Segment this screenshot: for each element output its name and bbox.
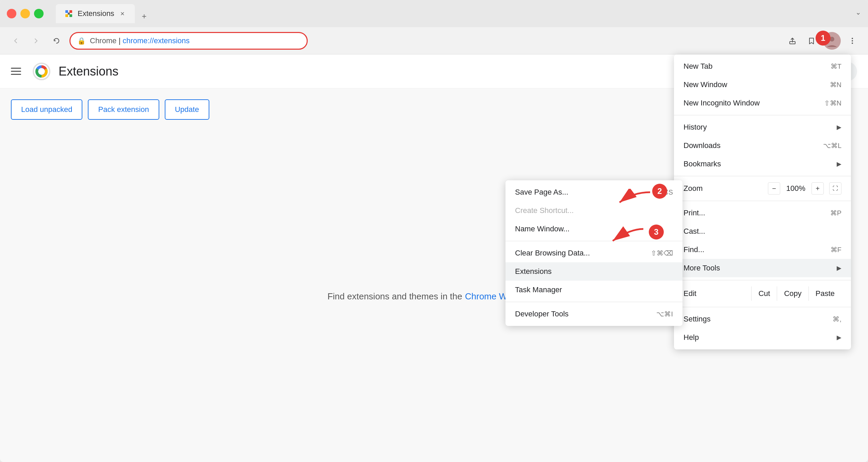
svg-point-13 xyxy=(39,69,44,74)
sub-menu-item-create-shortcut[interactable]: Create Shortcut... xyxy=(505,201,682,220)
menu-item-downloads[interactable]: Downloads ⌥⌘L xyxy=(674,136,851,155)
sub-menu-item-extensions[interactable]: Extensions xyxy=(505,262,682,281)
step1-badge: 1 xyxy=(816,31,831,46)
chrome-logo-icon xyxy=(33,63,50,80)
more-tools-submenu: Save Page As... ⌘S Create Shortcut... Na… xyxy=(505,180,682,326)
menu-item-new-window[interactable]: New Window ⌘N xyxy=(674,76,851,94)
hamburger-line xyxy=(11,68,21,69)
menu-item-bookmarks[interactable]: Bookmarks ▶ xyxy=(674,155,851,173)
forward-button[interactable] xyxy=(29,33,44,48)
svg-point-10 xyxy=(852,43,853,44)
step2-badge: 2 xyxy=(652,184,667,199)
menu-item-new-tab[interactable]: New Tab ⌘T xyxy=(674,57,851,76)
toolbar: 🔒 Chrome | chrome://extensions xyxy=(0,27,868,54)
menu-item-new-incognito[interactable]: New Incognito Window ⇧⌘N xyxy=(674,94,851,112)
active-tab[interactable]: Extensions ✕ xyxy=(56,4,135,23)
copy-button[interactable]: Copy xyxy=(777,286,808,301)
title-bar: Extensions ✕ + ⌄ xyxy=(0,0,868,27)
tab-dropdown-icon[interactable]: ⌄ xyxy=(855,8,861,16)
sub-menu-item-clear-browsing[interactable]: Clear Browsing Data... ⇧⌘⌫ xyxy=(505,244,682,262)
zoom-value: 100% xyxy=(786,184,806,193)
menu-item-settings[interactable]: Settings ⌘, xyxy=(674,310,851,328)
load-unpacked-button[interactable]: Load unpacked xyxy=(11,99,82,120)
hamburger-button[interactable] xyxy=(11,65,25,78)
menu-dots-button[interactable] xyxy=(845,33,860,48)
menu-item-print[interactable]: Print... ⌘P xyxy=(674,204,851,222)
main-dropdown-menu: New Tab ⌘T New Window ⌘N New Incognito W… xyxy=(674,54,851,349)
pack-extension-button[interactable]: Pack extension xyxy=(88,99,159,120)
menu-divider xyxy=(674,201,851,201)
menu-item-help[interactable]: Help ▶ xyxy=(674,328,851,347)
menu-divider xyxy=(674,280,851,280)
zoom-controls: − 100% + ⛶ xyxy=(768,182,841,195)
svg-rect-3 xyxy=(69,14,72,17)
svg-point-8 xyxy=(852,38,853,39)
menu-divider xyxy=(674,176,851,176)
menu-divider xyxy=(674,115,851,115)
address-bar[interactable]: 🔒 Chrome | chrome://extensions xyxy=(69,32,308,50)
paste-button[interactable]: Paste xyxy=(808,286,841,301)
tab-close-button[interactable]: ✕ xyxy=(118,10,127,18)
hamburger-line xyxy=(11,71,21,72)
minimize-button[interactable] xyxy=(20,9,30,18)
tab-bar: Extensions ✕ + xyxy=(56,4,850,23)
cut-button[interactable]: Cut xyxy=(751,286,777,301)
update-button[interactable]: Update xyxy=(165,99,209,120)
address-text: Chrome | chrome://extensions xyxy=(90,36,190,45)
reload-button[interactable] xyxy=(49,33,64,48)
menu-item-history[interactable]: History ▶ xyxy=(674,118,851,136)
zoom-row: Zoom − 100% + ⛶ xyxy=(674,179,851,198)
menu-item-find[interactable]: Find... ⌘F xyxy=(674,241,851,259)
tab-favicon-icon xyxy=(64,9,74,18)
sub-menu-divider xyxy=(505,241,682,241)
svg-rect-4 xyxy=(68,13,70,15)
close-button[interactable] xyxy=(7,9,16,18)
menu-item-cast[interactable]: Cast... xyxy=(674,222,851,241)
maximize-button[interactable] xyxy=(34,9,44,18)
sub-menu-item-developer-tools[interactable]: Developer Tools ⌥⌘I xyxy=(505,305,682,323)
share-button[interactable] xyxy=(785,33,800,48)
edit-row: Edit Cut Copy Paste xyxy=(674,283,851,304)
empty-state-text: Find extensions and themes in the xyxy=(327,291,462,302)
svg-point-9 xyxy=(852,40,853,42)
step3-badge: 3 xyxy=(649,225,664,240)
menu-divider xyxy=(674,307,851,307)
lock-icon: 🔒 xyxy=(77,37,86,45)
sub-menu-item-task-manager[interactable]: Task Manager xyxy=(505,281,682,299)
hamburger-line xyxy=(11,74,21,75)
zoom-minus-button[interactable]: − xyxy=(768,182,780,195)
new-tab-button[interactable]: + xyxy=(138,10,151,23)
sub-menu-divider xyxy=(505,302,682,302)
page-title: Extensions xyxy=(59,64,118,79)
menu-item-more-tools[interactable]: More Tools ▶ xyxy=(674,259,851,277)
svg-rect-1 xyxy=(69,10,72,13)
svg-rect-0 xyxy=(65,10,68,13)
browser-window: Extensions ✕ + ⌄ 🔒 xyxy=(0,0,868,462)
tab-right: ⌄ xyxy=(855,8,861,19)
traffic-lights xyxy=(7,9,44,18)
svg-rect-2 xyxy=(65,14,68,17)
fullscreen-button[interactable]: ⛶ xyxy=(829,182,841,195)
back-button[interactable] xyxy=(8,33,23,48)
tab-title: Extensions xyxy=(78,9,114,18)
zoom-plus-button[interactable]: + xyxy=(811,182,824,195)
